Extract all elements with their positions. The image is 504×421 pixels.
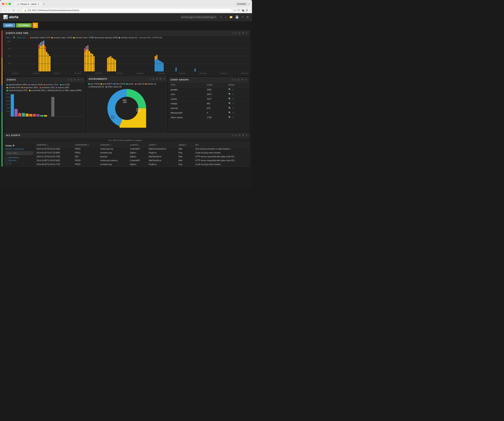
reload-button[interactable]: ↻ [12, 8, 16, 12]
action-cell[interactable]: 🔍 ⊘ [227, 101, 249, 106]
allevents-gear-icon[interactable]: ⚙ [239, 134, 240, 136]
expand-icon[interactable]: ⤢ [248, 3, 250, 5]
col-resource[interactable]: ◂ resource ▸ [98, 143, 128, 147]
service-cell: DigDev [128, 151, 147, 155]
home-icon[interactable]: ⌂ [225, 16, 227, 18]
shield-icon[interactable]: 🛡 [237, 9, 240, 12]
groups-info-icon[interactable]: ℹ [232, 78, 233, 81]
env-gear-icon[interactable]: ⚙ [156, 77, 158, 80]
id-checkbox[interactable] [6, 162, 7, 165]
folder-icon[interactable]: 📁 [229, 16, 233, 18]
address-bar[interactable]: 🔒 192.168.0.105/kibana/#/dashboard/elast… [22, 8, 232, 12]
search-action-icon[interactable]: 🔍 [228, 116, 231, 119]
new-tab-button[interactable]: + [42, 1, 46, 6]
extensions-icon[interactable]: 🔌 [241, 9, 245, 12]
close-button[interactable] [2, 3, 4, 5]
version-checkbox[interactable] [6, 160, 7, 161]
ban-action-icon[interactable]: ⊘ [232, 88, 234, 91]
gear-icon[interactable]: ⚙ [239, 32, 240, 35]
fields-filter-input[interactable] [6, 151, 33, 155]
fields-counts[interactable]: All (51) / Current (53) [6, 148, 33, 150]
col-environment[interactable]: ◂ environment ▸ [73, 143, 98, 147]
groups-gear-icon[interactable]: ⚙ [238, 78, 240, 81]
allevents-close-icon[interactable]: ✕ [246, 134, 247, 136]
home-button[interactable]: ⌂ [17, 8, 20, 12]
copy-icon[interactable]: ⧉ [235, 32, 237, 35]
browser-tab[interactable]: 📊 Kibana 3 – alerta ✕ [14, 2, 42, 6]
allevents-info-icon[interactable]: ℹ [233, 134, 234, 136]
action-cell[interactable]: 🔍 ⊘ [227, 115, 249, 120]
fields-gear-icon[interactable]: ⚙ [12, 144, 14, 147]
tab-close-icon[interactable]: ✕ [38, 3, 39, 5]
filter-button[interactable]: FILTERING [16, 23, 32, 28]
ban-action-icon[interactable]: ⊘ [232, 102, 234, 105]
back-button[interactable]: ‹ [4, 8, 6, 12]
action-cell[interactable]: 🔍 ⊘ [227, 111, 249, 115]
minimize-button[interactable] [5, 3, 7, 5]
events-copy-icon[interactable]: ⧉ [71, 78, 72, 81]
search-action-icon[interactable]: 🔍 [228, 102, 231, 105]
menu-icon[interactable]: ☰ [246, 9, 248, 12]
action-cell[interactable]: 🔍 ⊘ [227, 87, 249, 92]
col-createtime[interactable]: createTime ◂ [35, 143, 73, 147]
close-icon[interactable]: ✕ [246, 32, 247, 35]
env-copy-icon[interactable]: ⧉ [152, 77, 154, 80]
ban-action-icon[interactable]: ⊘ [232, 107, 234, 109]
search-action-icon[interactable]: 🔍 [228, 93, 231, 95]
action-cell[interactable]: 🔍 ⊘ [227, 106, 249, 111]
star-button[interactable]: ★ [32, 23, 38, 28]
maximize-button[interactable] [8, 3, 11, 5]
groups-close-icon[interactable]: ✕ [245, 78, 247, 81]
guardian-button[interactable]: Guardian [236, 2, 247, 6]
action-cell[interactable]: 🔍 ⊘ [227, 96, 249, 101]
events-close-icon[interactable]: ✕ [81, 78, 83, 81]
search-action-icon[interactable]: 🔍 [228, 88, 231, 91]
timestamp-checkbox[interactable] [6, 157, 7, 159]
forward-button[interactable]: › [8, 8, 11, 12]
col-service[interactable]: ◂ service ▸ [128, 143, 147, 147]
ban-action-icon[interactable]: ⊘ [232, 116, 234, 119]
search-action-icon[interactable]: 🔍 [228, 112, 231, 114]
move-icon[interactable]: ✥ [242, 32, 244, 35]
col-action-header[interactable]: Action [227, 83, 249, 87]
field-id[interactable]: _id [6, 162, 33, 165]
env-close-icon[interactable]: ✕ [163, 77, 165, 80]
col-term-header[interactable]: Term [169, 83, 205, 87]
warning-dot [95, 37, 96, 38]
action-cell[interactable]: 🔍 ⊘ [227, 92, 249, 96]
ban-action-icon[interactable]: ⊘ [232, 112, 234, 114]
save-icon[interactable]: 💾 [235, 16, 239, 18]
field-version[interactable]: @version [6, 159, 33, 162]
col-event[interactable]: ◂ event ▸ [147, 143, 177, 147]
query-button[interactable]: QUERY [3, 23, 15, 28]
search-action-icon[interactable]: 🔍 [228, 107, 231, 109]
allevents-copy-icon[interactable]: ⧉ [235, 134, 237, 136]
share-icon[interactable]: ↗ [241, 16, 244, 18]
groups-copy-icon[interactable]: ⧉ [234, 78, 236, 81]
groups-move-icon[interactable]: ✥ [241, 78, 243, 81]
environment-cell: PROD [73, 159, 98, 162]
col-text[interactable]: text [194, 143, 250, 147]
search-action-icon[interactable]: 🔍 [228, 97, 231, 100]
info-icon[interactable]: ℹ [233, 32, 234, 35]
refresh-icon[interactable]: ↻ [220, 16, 222, 18]
env-move-icon[interactable]: ✥ [160, 77, 162, 80]
events-gear-icon[interactable]: ⚙ [74, 78, 76, 81]
zoom-out-button[interactable]: Zoom Out [17, 36, 25, 39]
col-group[interactable]: ◂ group ▸ [177, 143, 194, 147]
bookmark-icon[interactable]: ☆ [234, 9, 236, 12]
next-page-icon[interactable]: → [143, 139, 145, 142]
view-link[interactable]: View [6, 36, 10, 39]
env-info-icon[interactable]: ℹ [150, 77, 151, 80]
ban-action-icon[interactable]: ⊘ [232, 93, 234, 95]
resource-cell: teamcity [98, 155, 128, 159]
col-count-header[interactable]: Count [205, 83, 227, 87]
allevents-move-icon[interactable]: ✥ [242, 134, 244, 136]
settings-icon[interactable]: ⚙ [246, 16, 249, 18]
time-range-selector[interactable]: an hour ago to a few seconds ago ▾ [180, 15, 217, 19]
svg-rect-2 [40, 46, 42, 71]
field-timestamp[interactable]: @timestamp [6, 156, 33, 159]
events-info-icon[interactable]: ℹ [68, 78, 69, 81]
events-move-icon[interactable]: ✥ [78, 78, 79, 81]
ban-action-icon[interactable]: ⊘ [232, 97, 234, 100]
